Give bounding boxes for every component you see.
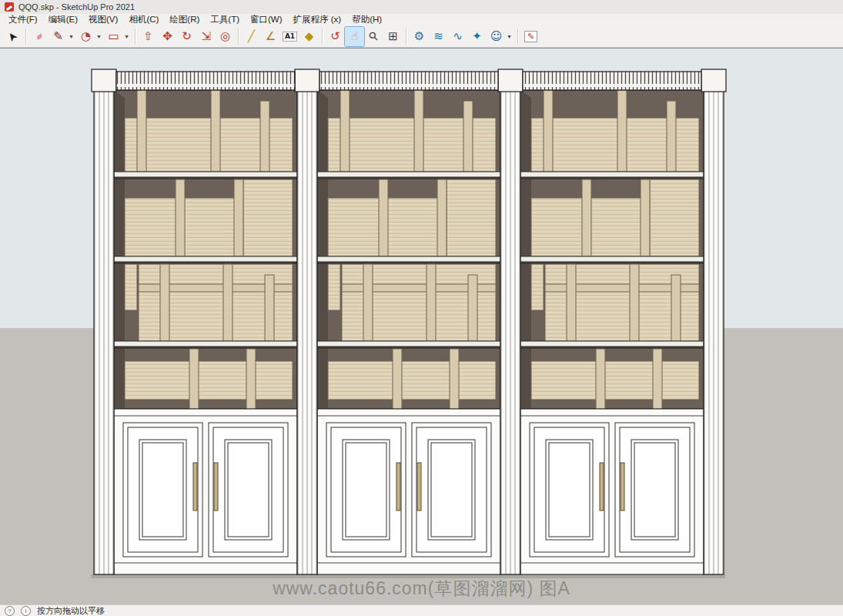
- watermark: www.caotu66.com(草图溜溜网) 图A: [0, 577, 843, 601]
- tape-measure-tool-icon: ╱: [248, 31, 255, 42]
- extension-tool[interactable]: ✦: [467, 27, 487, 46]
- scale-tool-icon: ⇲: [201, 31, 211, 42]
- pushpull-tool[interactable]: ⇧: [139, 27, 158, 46]
- pan-tool[interactable]: ☝: [345, 27, 364, 46]
- pan-tool-icon: ☝: [351, 31, 358, 42]
- toolbar-separator: [406, 28, 406, 45]
- protractor-tool[interactable]: ∠: [261, 27, 280, 46]
- move-tool[interactable]: ✥: [158, 27, 177, 46]
- eraser-tool-icon: ▰: [33, 30, 44, 42]
- style-edit-button[interactable]: ✎: [521, 27, 540, 46]
- rotate-tool[interactable]: ↻: [177, 27, 196, 46]
- toolbar-separator: [322, 28, 323, 45]
- toolbar: ➤▰✎▾◔▾▭▾⇧✥↻⇲◎╱∠A1◆↺☝⚲⊞⚙≋∿✦☺▾✎: [0, 25, 843, 48]
- paint-bucket-tool-icon: ◆: [305, 31, 314, 42]
- line-tool-dropdown[interactable]: ▾: [68, 27, 75, 46]
- classifier-tool-icon: ⚙: [414, 31, 424, 42]
- status-info-icon[interactable]: i: [21, 606, 31, 616]
- statusbar: ? i 按方向拖动以平移: [0, 604, 843, 616]
- eraser-tool[interactable]: ▰: [29, 27, 49, 46]
- pushpull-tool-icon: ⇧: [143, 31, 153, 42]
- titlebar[interactable]: QQQ.skp - SketchUp Pro 2021: [0, 0, 843, 14]
- line-tool[interactable]: ✎: [49, 27, 68, 46]
- bookshelf-model-svg: [0, 49, 843, 604]
- rectangle-tool[interactable]: ▭: [104, 27, 123, 46]
- sketchup-app-icon: [5, 2, 14, 12]
- window-title: QQQ.skp - SketchUp Pro 2021: [18, 2, 135, 12]
- menu-item-help[interactable]: 帮助(H): [346, 14, 387, 25]
- style-edit-button-icon: ✎: [524, 31, 537, 42]
- menu-item-edit[interactable]: 编辑(E): [43, 14, 83, 25]
- line-tool-icon: ✎: [53, 31, 63, 42]
- menu-item-view[interactable]: 视图(V): [83, 14, 123, 25]
- menu-item-tools[interactable]: 工具(T): [205, 14, 245, 25]
- arc-tool-icon: ◔: [81, 31, 91, 42]
- menu-item-window[interactable]: 窗口(W): [245, 14, 288, 25]
- orbit-tool-icon: ↺: [330, 31, 340, 42]
- classifier-tool[interactable]: ⚙: [410, 27, 429, 46]
- orbit-tool[interactable]: ↺: [326, 27, 345, 46]
- menu-item-file[interactable]: 文件(F): [3, 14, 43, 25]
- sandbox-tool-1[interactable]: ≋: [429, 27, 448, 46]
- zoom-tool-icon: ⚲: [366, 29, 380, 43]
- rectangle-tool-icon: ▭: [108, 31, 119, 42]
- zoom-extents-tool[interactable]: ⊞: [383, 27, 403, 46]
- status-help-icon[interactable]: ?: [5, 606, 15, 616]
- sandbox-tool-2-icon: ∿: [453, 31, 463, 42]
- protractor-tool-icon: ∠: [266, 31, 276, 42]
- text-tool[interactable]: A1: [280, 27, 299, 46]
- toolbar-separator: [238, 28, 239, 45]
- toolbar-separator: [135, 28, 135, 45]
- sandbox-tool-2[interactable]: ∿: [448, 27, 467, 46]
- viewport-canvas[interactable]: www.caotu66.com(草图溜溜网) 图A: [0, 48, 843, 604]
- toolbar-separator: [517, 28, 518, 45]
- menu-item-extensions[interactable]: 扩展程序 (x): [288, 14, 347, 25]
- status-hint: 按方向拖动以平移: [37, 605, 105, 616]
- arc-tool[interactable]: ◔: [76, 27, 95, 46]
- account-button[interactable]: ☺: [487, 27, 506, 46]
- menu-item-camera[interactable]: 相机(C): [123, 14, 164, 25]
- move-tool-icon: ✥: [162, 31, 172, 42]
- tape-measure-tool[interactable]: ╱: [242, 27, 261, 46]
- extension-tool-icon: ✦: [472, 31, 482, 42]
- arc-tool-dropdown[interactable]: ▾: [95, 27, 102, 46]
- select-tool-icon: ➤: [5, 28, 21, 43]
- sandbox-tool-1-icon: ≋: [433, 31, 443, 42]
- sketchup-window: QQQ.skp - SketchUp Pro 2021 文件(F)编辑(E)视图…: [0, 0, 843, 616]
- rotate-tool-icon: ↻: [182, 31, 192, 42]
- select-tool[interactable]: ➤: [3, 27, 22, 46]
- rectangle-tool-dropdown[interactable]: ▾: [123, 27, 130, 46]
- menubar: 文件(F)编辑(E)视图(V)相机(C)绘图(R)工具(T)窗口(W)扩展程序 …: [0, 14, 843, 25]
- scale-tool[interactable]: ⇲: [196, 27, 216, 46]
- toolbar-separator: [25, 28, 26, 45]
- paint-bucket-tool[interactable]: ◆: [299, 27, 319, 46]
- offset-tool-icon: ◎: [220, 31, 230, 42]
- zoom-tool[interactable]: ⚲: [364, 27, 383, 46]
- text-tool-icon: A1: [283, 32, 297, 42]
- zoom-extents-tool-icon: ⊞: [388, 31, 398, 42]
- menu-item-draw[interactable]: 绘图(R): [164, 14, 205, 25]
- account-button-icon: ☺: [490, 31, 503, 42]
- offset-tool[interactable]: ◎: [216, 27, 235, 46]
- account-button-dropdown[interactable]: ▾: [506, 27, 513, 46]
